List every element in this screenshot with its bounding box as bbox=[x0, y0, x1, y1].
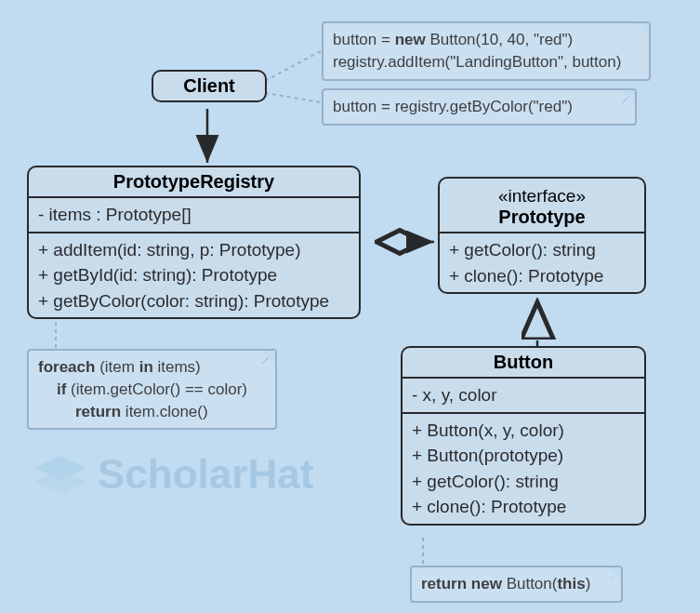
client-title: Client bbox=[153, 72, 265, 100]
svg-line-4 bbox=[265, 93, 321, 102]
registry-ops: + addItem(id: string, p: Prototype) + ge… bbox=[29, 233, 359, 318]
note-button-clone: return new Button(this) bbox=[410, 566, 623, 603]
prototype-ops: + getColor(): string + clone(): Prototyp… bbox=[440, 233, 644, 292]
uml-class-client: Client bbox=[152, 70, 267, 102]
button-attrs: - x, y, color bbox=[403, 379, 644, 414]
watermark: ScholarHat bbox=[33, 451, 313, 498]
svg-line-3 bbox=[265, 51, 321, 81]
uml-interface-prototype: «interface» Prototype + getColor(): stri… bbox=[438, 177, 646, 294]
note-registry-foreach: foreach (item in items) if (item.getColo… bbox=[27, 349, 277, 430]
registry-title: PrototypeRegistry bbox=[29, 167, 359, 198]
svg-marker-8 bbox=[34, 470, 86, 494]
scholarhat-logo-icon bbox=[33, 451, 88, 498]
registry-attrs: - items : Prototype[] bbox=[29, 198, 359, 233]
uml-class-prototyperegistry: PrototypeRegistry - items : Prototype[] … bbox=[27, 166, 361, 319]
uml-class-button: Button - x, y, color + Button(x, y, colo… bbox=[401, 346, 646, 526]
prototype-header: «interface» Prototype bbox=[440, 179, 644, 233]
button-ops: + Button(x, y, color) + Button(prototype… bbox=[403, 414, 644, 524]
button-title: Button bbox=[403, 348, 644, 379]
note-client-construct: button = new Button(10, 40, "red") regis… bbox=[322, 21, 651, 81]
note-client-getbycolor: button = registry.getByColor("red") bbox=[322, 88, 637, 126]
